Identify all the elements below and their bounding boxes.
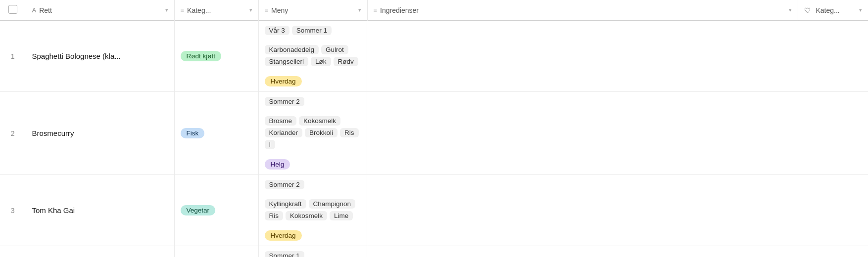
col-header-kategori1-label: Kateg...	[187, 6, 211, 14]
checkbox-header-cell[interactable]	[0, 0, 26, 21]
ingredient-tag: Champignon	[309, 199, 356, 209]
row-ingredienser: BrosmeKokosmelkKorianderBrokkoliRisI	[259, 111, 368, 154]
col-header-ingredienser-label: Ingredienser	[380, 6, 419, 14]
kategori1-tag: Vegetar	[181, 205, 216, 215]
row-rett: Spaghetti Bolognese (kla...	[26, 21, 174, 92]
ingredient-tag: Gulrot	[321, 45, 348, 54]
row-number: 4	[0, 246, 26, 257]
col-header-rett-label: Rett	[39, 6, 52, 14]
ingredient-tag: Rødv	[334, 57, 358, 66]
row-meny: Sommer 2	[259, 175, 368, 194]
sort-chevron-kateg2[interactable]: ▾	[859, 7, 862, 13]
col-header-meny-label: Meny	[271, 6, 288, 14]
main-table-wrapper: A Rett ▾ ≡ Kateg... ▾ ≡ Meny	[0, 0, 868, 257]
data-table: A Rett ▾ ≡ Kateg... ▾ ≡ Meny	[0, 0, 868, 257]
meny-tag: Sommer 2	[265, 180, 304, 189]
sort-chevron-ingr[interactable]: ▾	[789, 7, 792, 13]
row-meny: Sommer 2	[259, 92, 368, 111]
row-number: 3	[0, 175, 26, 246]
shield-icon-kateg2: 🛡	[804, 6, 811, 14]
table-row: 2BrosmecurryFiskSommer 2BrosmeKokosmelkK…	[0, 92, 868, 175]
ingredient-tag: Brokkoli	[305, 128, 338, 137]
row-meny: Sommer 1	[259, 246, 368, 257]
filter-icon-meny: ≡	[265, 6, 269, 14]
sort-chevron-meny[interactable]: ▾	[358, 7, 361, 13]
ingredient-tag: Koriander	[265, 128, 303, 137]
sort-chevron-rett[interactable]: ▾	[165, 7, 168, 13]
row-kategori1: Vegetar	[174, 175, 258, 246]
col-header-kategori2[interactable]: 🛡 Kateg... ▾	[798, 0, 868, 21]
ingredient-tag: Kyllingkraft	[265, 199, 306, 209]
row-rett: Brosmecurry	[26, 92, 174, 175]
row-kategori2: Hverdag	[259, 225, 368, 246]
select-all-checkbox[interactable]	[8, 5, 17, 14]
row-kategori2: Hverdag	[259, 71, 368, 91]
table-row: 1Spaghetti Bolognese (kla...Rødt kjøttVå…	[0, 21, 868, 92]
ingredient-tag: Kokosmelk	[299, 116, 340, 126]
filter-icon-kategori1: ≡	[181, 6, 185, 14]
ingredient-tag: Ris	[340, 128, 359, 137]
ingredient-tag: Løk	[311, 57, 331, 66]
ingredient-tag: Ris	[265, 211, 284, 220]
col-header-ingredienser[interactable]: ≡ Ingredienser ▾	[367, 0, 798, 21]
meny-tag: Sommer 1	[292, 26, 332, 35]
meny-tag: Sommer 2	[265, 97, 304, 106]
row-rett: Tom Kha Gai	[26, 175, 174, 246]
row-rett: Laks med mangosalat	[26, 246, 174, 257]
row-number: 1	[0, 21, 26, 92]
row-kategori1: Fisk	[174, 246, 258, 257]
ingredient-tag: Lime	[330, 211, 353, 220]
row-ingredienser: KyllingkraftChampignonRisKokosmelkLime	[259, 194, 368, 225]
row-kategori1: Fisk	[174, 92, 258, 175]
ingredient-tag: Karbonadedeig	[265, 45, 319, 54]
text-sort-icon: A	[32, 6, 37, 14]
meny-tag: Sommer 1	[265, 251, 304, 257]
table-row: 3Tom Kha GaiVegetarSommer 2KyllingkraftC…	[0, 175, 868, 246]
meny-tag: Vår 3	[265, 26, 289, 35]
row-number: 2	[0, 92, 26, 175]
table-header-row: A Rett ▾ ≡ Kateg... ▾ ≡ Meny	[0, 0, 868, 21]
col-header-meny[interactable]: ≡ Meny ▾	[258, 0, 367, 21]
kategori2-tag: Hverdag	[265, 76, 302, 86]
sort-chevron-kateg1[interactable]: ▾	[249, 7, 252, 13]
kategori1-tag: Fisk	[181, 128, 205, 138]
col-header-rett[interactable]: A Rett ▾	[26, 0, 174, 21]
filter-icon-ingredienser: ≡	[374, 6, 378, 14]
row-kategori1: Rødt kjøtt	[174, 21, 258, 92]
col-header-kategori2-label: Kateg...	[816, 6, 840, 14]
kategori2-tag: Hverdag	[265, 230, 302, 241]
ingredient-tag: Brosme	[265, 116, 297, 126]
row-ingredienser: KarbonadedeigGulrotStangselleriLøkRødv	[259, 40, 368, 71]
ingredient-tag: I	[265, 140, 276, 149]
ingredient-tag: Stangselleri	[265, 57, 309, 66]
kategori1-tag: Rødt kjøtt	[181, 51, 222, 61]
row-meny: Vår 3Sommer 1	[259, 21, 368, 40]
kategori2-tag: Helg	[265, 159, 290, 170]
table-row: 4Laks med mangosalatFiskSommer 1LaksLime…	[0, 246, 868, 257]
row-kategori2: Helg	[259, 154, 368, 174]
ingredient-tag: Kokosmelk	[286, 211, 327, 220]
col-header-kategori1[interactable]: ≡ Kateg... ▾	[174, 0, 258, 21]
